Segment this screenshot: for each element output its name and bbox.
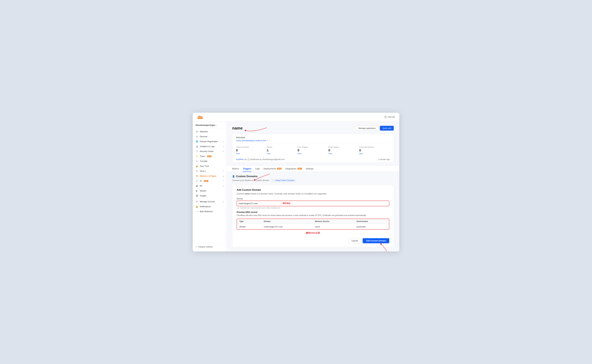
sidebar-item-notifications[interactable]: 🔔 Notifications xyxy=(193,204,227,209)
cancel-button[interactable]: Cancel xyxy=(348,238,361,243)
sidebar-item-security-center[interactable]: 🛡 Security Center ▾ xyxy=(193,149,227,154)
stats-row: Custom Domains 0 View Routes 1 View Cron… xyxy=(236,144,390,157)
tab-deployments[interactable]: Deployments Beta xyxy=(263,166,281,172)
settings-icon: ⚙ xyxy=(195,200,198,203)
add-site-button[interactable]: Add site xyxy=(388,116,395,118)
chevron-down-icon: ▾ xyxy=(223,170,224,172)
quick-edit-button[interactable]: Quick edit xyxy=(380,126,394,130)
lock-icon: 🔒 xyxy=(195,165,198,168)
sidebar-item-websites[interactable]: ⊞ Websites xyxy=(193,129,227,134)
preview-card: Preview name.shenfanlaogou.workers.dev ↗… xyxy=(232,134,394,163)
domain-input-wrapper: 绑定域名 xyxy=(237,201,389,206)
stat-link-routes[interactable]: View xyxy=(267,153,271,155)
dns-col-domain: Domain xyxy=(261,219,312,224)
dns-section-desc: Cloudflare will add a new DNS record as … xyxy=(237,214,389,216)
dns-row-type: Worker xyxy=(237,224,261,229)
sidebar-item-trace[interactable]: ⚡ Trace Beta xyxy=(193,154,227,159)
sidebar-item-stream[interactable]: ▶ Stream xyxy=(193,188,227,193)
sidebar-item-zero-trust[interactable]: 🔒 Zero Trust xyxy=(193,164,227,169)
action-row: Cancel Add Custom Domain xyxy=(237,238,389,243)
dns-table-wrapper: Type Domain Workers Service Environment … xyxy=(237,219,389,230)
sidebar-item-workers-pages[interactable]: ⚙ Workers & Pages ▴ xyxy=(193,174,227,179)
topbar: CLOUDFLARE + Add site xyxy=(193,113,399,122)
add-custom-domain-box: Add Custom Domain Connect name worker to… xyxy=(232,185,394,247)
domain-annotation: 绑定域名 xyxy=(280,202,293,205)
sidebar-item-domain-registration[interactable]: 🌐 Domain Registration ▾ xyxy=(193,139,227,144)
deploy-time: 2 minutes ago xyxy=(378,158,390,161)
domain-form-group: Domain 绑定域名 e.g. example.com, www.exampl… xyxy=(237,198,389,209)
bar-chart-icon: 📊 xyxy=(195,145,198,148)
ai-icon: ✦ xyxy=(195,180,198,182)
collapse-icon: « xyxy=(195,246,196,248)
add-domain-desc: Connect name worker to a domain name. Cu… xyxy=(237,193,389,195)
sidebar-item-area1[interactable]: ✉ Area 1 ▾ xyxy=(193,169,227,174)
page-title: name xyxy=(232,126,243,130)
external-link-icon: ↗ xyxy=(267,140,268,142)
add-custom-domain-button[interactable]: Add Custom Domain xyxy=(363,238,389,243)
image-icon: 🖼 xyxy=(195,195,198,197)
using-custom-domains-link[interactable]: 📄 Using Custom Domains xyxy=(271,179,296,182)
manage-application-button[interactable]: Manage application xyxy=(356,126,378,130)
sidebar-item-analytics-logs[interactable]: 📊 Analytics & Logs ▾ xyxy=(193,144,227,149)
section-header: 👤 Custom Domains xyxy=(232,175,394,178)
tab-logs[interactable]: Logs xyxy=(255,166,260,172)
deploy-info: dca4f44e via Dashboard by shenfanlaogou@… xyxy=(236,157,390,163)
stat-cron-triggers: Cron Triggers 0 View xyxy=(298,144,329,157)
topbar-actions: + Add site xyxy=(384,116,395,118)
dns-col-environment: Environment xyxy=(354,219,389,224)
stat-link-email-triggers[interactable]: View xyxy=(328,153,332,155)
sidebar-item-images[interactable]: 🖼 Images xyxy=(193,193,227,198)
tab-metrics[interactable]: Metrics xyxy=(232,166,239,172)
stat-link-connected-workers[interactable]: View xyxy=(359,153,363,155)
tab-settings[interactable]: Settings xyxy=(306,166,314,172)
cloudflare-logo: CLOUDFLARE xyxy=(197,115,204,119)
dns-col-type: Type xyxy=(237,219,261,224)
tab-triggers[interactable]: Triggers xyxy=(243,166,251,172)
tab-integrations[interactable]: Integrations Beta xyxy=(285,166,302,172)
book-icon: 📄 xyxy=(272,179,274,181)
dns-table-row: Worker ceshi.laogou717.com name producti… xyxy=(237,224,389,229)
stat-link-cron-triggers[interactable]: View xyxy=(298,153,301,155)
dns-table: Type Domain Workers Service Environment … xyxy=(237,219,389,229)
workers-icon: ⚙ xyxy=(195,175,198,177)
dns-row-workers-service: name xyxy=(312,224,354,229)
sidebar-item-discover[interactable]: ◎ Discover xyxy=(193,134,227,139)
content-area: name Manage application Quick edit xyxy=(227,122,399,252)
compass-icon: ◎ xyxy=(195,135,198,138)
activity-icon: ⚡ xyxy=(195,155,198,158)
chevron-down-icon: ▾ xyxy=(223,185,224,187)
chevron-down-icon: ▴ xyxy=(223,175,224,177)
dns-row-domain: ceshi.laogou717.com xyxy=(261,224,312,229)
stat-connected-workers: Connected Workers 0 View xyxy=(359,144,390,157)
page-header: name Manage application Quick edit xyxy=(232,126,394,130)
custom-domains-section: 👤 Custom Domains Connect your Worker to … xyxy=(232,175,394,247)
sidebar-item-manage-account[interactable]: ⚙ Manage Account ▾ xyxy=(193,199,227,204)
sidebar-item-r2[interactable]: ▣ R2 ▾ xyxy=(193,183,227,188)
domain-hint: e.g. example.com, www.example.com, shop.… xyxy=(237,207,389,209)
sidebar-user: Shenfanlaogou@gm... xyxy=(193,122,227,128)
collapse-sidebar[interactable]: « Collapse sidebar xyxy=(193,245,227,249)
svg-text:CLOUDFLARE: CLOUDFLARE xyxy=(198,119,204,119)
stat-link-custom-domains[interactable]: View xyxy=(236,153,240,155)
chevron-down-icon: ▾ xyxy=(223,141,224,142)
chevron-down-icon: ▾ xyxy=(223,150,224,152)
domain-input[interactable] xyxy=(237,201,280,206)
mail-icon: ✉ xyxy=(195,170,198,173)
preview-url-link[interactable]: name.shenfanlaogou.workers.dev ↗ xyxy=(236,139,390,142)
dashboard-icon xyxy=(247,158,249,161)
sidebar-item-bulk-redirects[interactable]: ⇢ Bulk Redirects xyxy=(193,209,227,214)
globe-icon: 🌐 xyxy=(195,140,198,143)
grid-icon: ⊞ xyxy=(195,130,198,133)
chevron-down-icon: ▾ xyxy=(223,201,224,202)
redirect-icon: ⇢ xyxy=(195,210,198,213)
section-title: Custom Domains xyxy=(236,175,258,178)
shield-icon: 🛡 xyxy=(195,150,198,153)
sidebar-item-ai[interactable]: ✦ AI Beta ▾ xyxy=(193,179,227,183)
add-domain-title: Add Custom Domain xyxy=(237,188,389,191)
stat-email-triggers: Email Triggers 0 View xyxy=(328,144,359,157)
sidebar-item-turnstile[interactable]: ↻ Turnstile xyxy=(193,159,227,164)
preview-label: Preview xyxy=(236,136,390,139)
deploy-hash-link[interactable]: dca4f44e xyxy=(236,158,244,161)
stream-icon: ▶ xyxy=(195,189,198,192)
section-desc: Connect your Worker to a custom domain. … xyxy=(232,179,394,182)
